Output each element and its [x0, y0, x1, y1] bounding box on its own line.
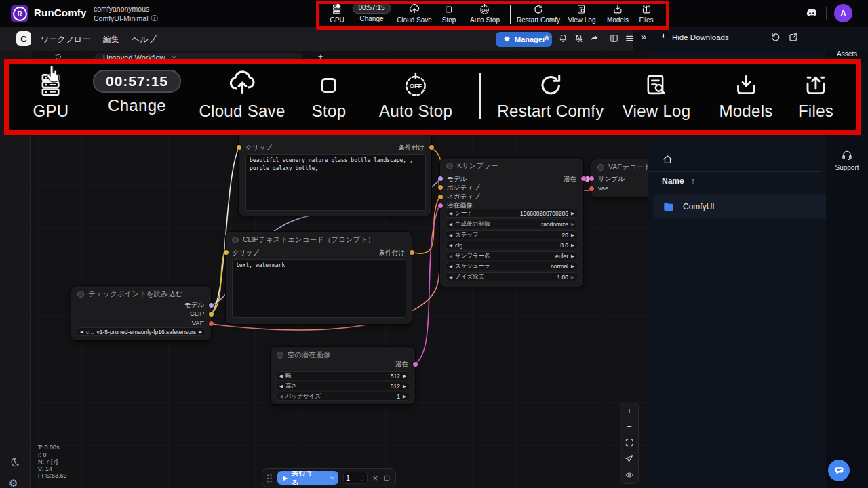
run-options-dropdown[interactable]	[325, 471, 338, 485]
cloud-save-button[interactable]: Cloud Save	[397, 3, 432, 24]
comfyui-logo[interactable]: C	[16, 31, 31, 46]
decrement-icon[interactable]: ◀	[449, 220, 452, 228]
share-arrow-icon[interactable]	[589, 33, 599, 43]
widget-scheduler[interactable]: ◀ スケジューラ normal ▶	[445, 262, 578, 270]
vae-output-dot[interactable]	[209, 321, 214, 326]
input-slot-negative[interactable]: ネガティブ	[447, 192, 480, 201]
models-button[interactable]: Models	[607, 3, 629, 24]
output-slot-conditioning[interactable]: 条件付け	[399, 143, 425, 152]
next-icon[interactable]: ▶	[199, 327, 202, 336]
hamburger-menu-icon[interactable]	[625, 33, 635, 43]
panel-expand-icon[interactable]: »	[641, 30, 646, 42]
decrement-icon[interactable]: ◀	[279, 382, 283, 390]
output-slot-vae[interactable]: VAE	[192, 319, 204, 327]
cloud-save-button-large[interactable]: Cloud Save	[199, 70, 285, 121]
increment-icon[interactable]: ▶	[571, 251, 574, 260]
increment-icon[interactable]: ▶	[571, 272, 574, 281]
vae-input-dot[interactable]	[589, 186, 594, 191]
increment-icon[interactable]: ▶	[403, 392, 406, 401]
increment-icon[interactable]: ▶	[571, 220, 574, 228]
negative-input-dot[interactable]	[438, 195, 443, 199]
star-icon[interactable]: ★	[542, 32, 551, 43]
decrement-icon[interactable]: ◀	[279, 371, 283, 380]
open-external-icon[interactable]	[788, 32, 799, 43]
samples-input-dot[interactable]	[589, 176, 594, 181]
collapse-dot-icon[interactable]	[77, 291, 84, 298]
input-slot-positive[interactable]: ポジティブ	[447, 183, 480, 192]
clear-queue-button[interactable]: ×	[372, 474, 378, 483]
name-column-header[interactable]: Name ↑	[662, 176, 695, 186]
user-avatar[interactable]: A	[834, 4, 852, 22]
conditioning-output-dot[interactable]	[429, 145, 434, 150]
clip-input-dot[interactable]	[237, 145, 241, 150]
increment-icon[interactable]: ▶	[571, 241, 574, 249]
theme-moon-icon[interactable]	[8, 456, 20, 468]
widget-sampler-name[interactable]: ◀ サンプラー名 euler ▶	[445, 251, 578, 260]
info-icon[interactable]: ⓘ	[151, 14, 158, 23]
output-slot-latent[interactable]: 潜在	[564, 174, 576, 183]
input-slot-model[interactable]: モデル	[447, 174, 467, 183]
latent-input-dot[interactable]	[438, 203, 443, 208]
collapse-dot-icon[interactable]	[597, 164, 604, 171]
auto-stop-button-large[interactable]: OFF Auto Stop	[379, 70, 452, 121]
widget-height[interactable]: ◀ 高さ 512 ▶	[275, 382, 410, 390]
output-slot-model[interactable]: モデル	[184, 300, 204, 309]
decrement-icon[interactable]: ◀	[279, 392, 283, 401]
widget-batch-size[interactable]: ◀ バッチサイズ 1 ▶	[275, 392, 410, 401]
files-button[interactable]: Files	[639, 3, 653, 24]
restart-comfy-button-large[interactable]: Restart Comfy	[497, 70, 604, 121]
output-slot-latent[interactable]: 潜在	[395, 359, 408, 368]
sort-ascending-icon[interactable]: ↑	[691, 176, 695, 186]
rail-item-support[interactable]: Support	[826, 149, 868, 171]
clip-input-dot[interactable]	[224, 250, 229, 255]
decrement-icon[interactable]: ◀	[449, 230, 452, 239]
view-log-button-large[interactable]: View Log	[623, 70, 691, 121]
batch-count-input[interactable]: 1	[343, 472, 368, 484]
latent-output-dot[interactable]	[413, 362, 418, 367]
reader-panel-icon[interactable]	[609, 33, 619, 43]
toggle-visibility-button[interactable]	[625, 470, 634, 480]
previous-icon[interactable]: ◀	[80, 327, 83, 336]
collapse-dot-icon[interactable]	[446, 163, 453, 169]
decrement-icon[interactable]: ◀	[449, 262, 452, 270]
select-mode-button[interactable]	[625, 454, 634, 464]
zoom-out-button[interactable]: −	[627, 422, 632, 431]
restart-comfy-button[interactable]: Restart Comfy	[517, 3, 560, 24]
count-stepper[interactable]	[360, 474, 365, 482]
negative-prompt-textarea[interactable]: text, watermark	[232, 259, 406, 318]
refresh-icon[interactable]	[770, 32, 781, 43]
input-slot-vae[interactable]: vae	[598, 184, 608, 192]
node-empty-latent-image[interactable]: 空の潜在画像 潜在 ◀ 幅 512 ▶ ◀ 高さ 512 ▶ ◀ バッチサイズ …	[271, 347, 415, 404]
clip-output-dot[interactable]	[209, 312, 214, 317]
conditioning-output-dot[interactable]	[410, 250, 414, 255]
widget-cfg[interactable]: ◀ cfg 8.0 ▶	[445, 241, 578, 249]
output-slot-clip[interactable]: CLIP	[190, 309, 204, 318]
hide-downloads-button[interactable]: Hide Downloads	[659, 33, 729, 41]
settings-gear-icon[interactable]: ⚙	[9, 477, 18, 488]
gpu-button-large[interactable]: GPU	[33, 70, 69, 121]
home-icon[interactable]	[662, 154, 673, 165]
node-load-checkpoint[interactable]: チェックポイントを読み込む モデル CLIP VAE ◀ c ... v1-5-…	[71, 286, 211, 340]
increment-icon[interactable]: ▶	[571, 230, 574, 239]
files-button-large[interactable]: Files	[798, 70, 833, 121]
decrement-icon[interactable]: ◀	[449, 272, 452, 281]
folder-row-comfyui[interactable]: ComfyUI	[653, 195, 840, 219]
decrement-icon[interactable]: ◀	[449, 241, 452, 249]
change-gpu-button[interactable]: 00:57:15 Change	[353, 3, 391, 22]
collapse-dot-icon[interactable]	[232, 237, 239, 243]
increment-icon[interactable]: ▶	[571, 262, 574, 270]
run-button[interactable]: ▶ 実行する	[277, 471, 326, 485]
support-chat-button[interactable]	[828, 460, 850, 481]
widget-control-after-generate[interactable]: ◀ 生成後の制御 randomize ▶	[445, 220, 578, 228]
increment-icon[interactable]: ▶	[403, 371, 406, 380]
drag-handle[interactable]	[267, 474, 273, 483]
decrement-icon[interactable]: ◀	[449, 209, 452, 218]
model-input-dot[interactable]	[438, 176, 443, 181]
output-slot-conditioning[interactable]: 条件付け	[379, 248, 405, 257]
input-slot-clip[interactable]: クリップ	[233, 248, 259, 257]
bell-crossed-icon[interactable]	[574, 33, 584, 43]
widget-ckpt-name[interactable]: ◀ c ... v1-5-pruned-emaonly-fp16.safeten…	[76, 327, 206, 336]
model-output-dot[interactable]	[209, 303, 214, 308]
widget-denoise[interactable]: ◀ ノイズ除去 1.00 ▶	[445, 272, 578, 281]
positive-prompt-textarea[interactable]: beautiful scenery nature glass bottle la…	[245, 154, 426, 211]
